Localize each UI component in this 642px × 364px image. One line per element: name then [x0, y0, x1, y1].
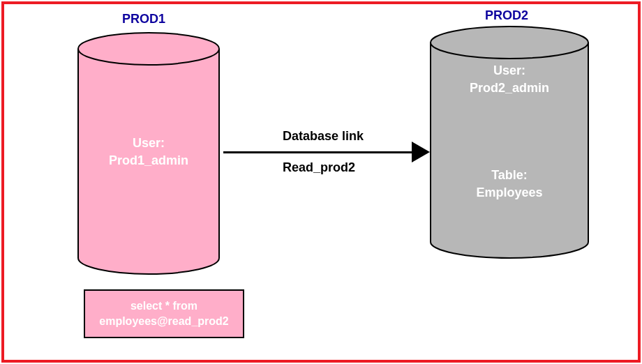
arrow-line-icon: [223, 151, 417, 153]
sql-line1: select * from: [130, 298, 197, 314]
db2-user-name: Prod2_admin: [429, 81, 590, 96]
db2-table-label: Table:: [429, 168, 590, 183]
arrow-head-icon: [412, 142, 430, 162]
db1-user-label: User:: [77, 136, 221, 151]
link-label-bottom: Read_prod2: [283, 160, 355, 175]
db1-title: PROD1: [122, 12, 165, 26]
svg-point-4: [78, 33, 219, 65]
sql-line2: employees@read_prod2: [99, 314, 228, 329]
svg-point-9: [431, 26, 588, 59]
db2-cylinder: User: Prod2_admin Table: Employees: [429, 25, 590, 259]
db1-user-name: Prod1_admin: [77, 153, 221, 168]
link-label-top: Database link: [283, 129, 364, 144]
db1-cylinder: User: Prod1_admin: [77, 31, 221, 275]
db2-table-name: Employees: [429, 185, 590, 200]
link-arrow: Database link Read_prod2: [223, 122, 431, 185]
db2-user-label: User:: [429, 63, 590, 78]
sql-query-box: select * from employees@read_prod2: [84, 289, 244, 338]
db2-title: PROD2: [485, 8, 528, 23]
